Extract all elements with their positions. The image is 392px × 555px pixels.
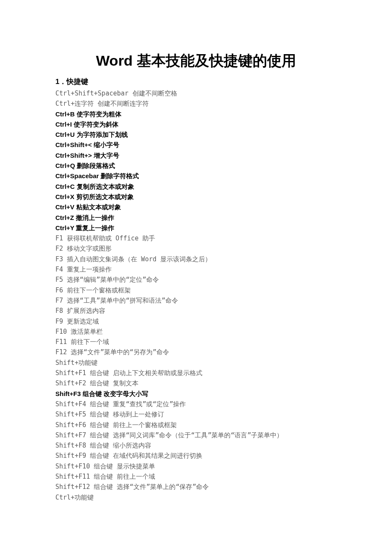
shortcut-line: Ctrl+Z 撤消上一操作 bbox=[55, 213, 337, 223]
shortcut-line: Ctrl+Spacebar 删除字符格式 bbox=[55, 171, 337, 181]
shortcut-line: Ctrl+Shift+> 增大字号 bbox=[55, 150, 337, 161]
shortcut-line: Shift+F7 组合键 选择“同义词库”命令（位于“工具”菜单的“语言”子菜单… bbox=[55, 430, 337, 440]
shortcut-line: F4 重复上一项操作 bbox=[55, 264, 337, 275]
shortcut-line: F7 选择“工具”菜单中的“拼写和语法”命令 bbox=[55, 295, 337, 306]
shortcut-line: Shift+F11 组合键 前往上一个域 bbox=[55, 471, 337, 482]
shortcut-line: F5 选择“编辑”菜单中的“定位”命令 bbox=[55, 275, 337, 285]
shortcut-line: Ctrl+功能键 bbox=[55, 492, 337, 503]
shortcut-line: F9 更新选定域 bbox=[55, 316, 337, 327]
shortcut-line: Ctrl+连字符 创建不间断连字符 bbox=[55, 98, 337, 109]
section-heading: 1．快捷键 bbox=[55, 77, 337, 87]
shortcut-line: Ctrl+U 为字符添加下划线 bbox=[55, 130, 337, 140]
shortcut-line: Shift+F2 组合键 复制文本 bbox=[55, 378, 337, 388]
shortcut-line: Ctrl+Shift+Spacebar 创建不间断空格 bbox=[55, 88, 337, 98]
shortcut-line: Shift+F4 组合键 重复“查找”或“定位”操作 bbox=[55, 399, 337, 409]
shortcut-line: F8 扩展所选内容 bbox=[55, 306, 337, 316]
document-page: Word 基本技能及快捷键的使用 1．快捷键 Ctrl+Shift+Spaceb… bbox=[0, 0, 392, 555]
shortcut-line: Shift+F9 组合键 在域代码和其结果之间进行切换 bbox=[55, 451, 337, 461]
shortcut-line: F10 激活菜单栏 bbox=[55, 327, 337, 337]
shortcut-line: Ctrl+B 使字符变为粗体 bbox=[55, 109, 337, 119]
shortcut-line: Ctrl+Shift+< 缩小字号 bbox=[55, 140, 337, 150]
shortcut-line: Shift+F8 组合键 缩小所选内容 bbox=[55, 440, 337, 451]
shortcut-line: Shift+F5 组合键 移动到上一处修订 bbox=[55, 409, 337, 419]
shortcut-line: Ctrl+C 复制所选文本或对象 bbox=[55, 182, 337, 192]
shortcut-line: Ctrl+I 使字符变为斜体 bbox=[55, 119, 337, 130]
shortcut-line: Ctrl+Y 重复上一操作 bbox=[55, 223, 337, 233]
shortcut-list: Ctrl+Shift+Spacebar 创建不间断空格Ctrl+连字符 创建不间… bbox=[55, 88, 337, 503]
shortcut-line: F6 前往下一个窗格或框架 bbox=[55, 285, 337, 295]
shortcut-line: Shift+F10 组合键 显示快捷菜单 bbox=[55, 461, 337, 471]
shortcut-line: F2 移动文字或图形 bbox=[55, 243, 337, 254]
shortcut-line: Shift+F6 组合键 前往上一个窗格或框架 bbox=[55, 420, 337, 430]
shortcut-line: Ctrl+Q 删除段落格式 bbox=[55, 161, 337, 171]
shortcut-line: F11 前往下一个域 bbox=[55, 337, 337, 347]
shortcut-line: Ctrl+X 剪切所选文本或对象 bbox=[55, 192, 337, 202]
shortcut-line: Shift+F12 组合键 选择“文件”菜单上的“保存”命令 bbox=[55, 482, 337, 492]
shortcut-line: F1 获得联机帮助或 Office 助手 bbox=[55, 233, 337, 243]
shortcut-line: F3 插入自动图文集词条（在 Word 显示该词条之后） bbox=[55, 254, 337, 264]
document-title: Word 基本技能及快捷键的使用 bbox=[55, 51, 337, 71]
shortcut-line: F12 选择“文件”菜单中的“另存为”命令 bbox=[55, 347, 337, 357]
shortcut-line: Shift+F3 组合键 改变字母大小写 bbox=[55, 389, 337, 399]
shortcut-line: Shift+功能键 bbox=[55, 358, 337, 368]
shortcut-line: Shift+F1 组合键 启动上下文相关帮助或显示格式 bbox=[55, 368, 337, 378]
shortcut-line: Ctrl+V 粘贴文本或对象 bbox=[55, 202, 337, 212]
